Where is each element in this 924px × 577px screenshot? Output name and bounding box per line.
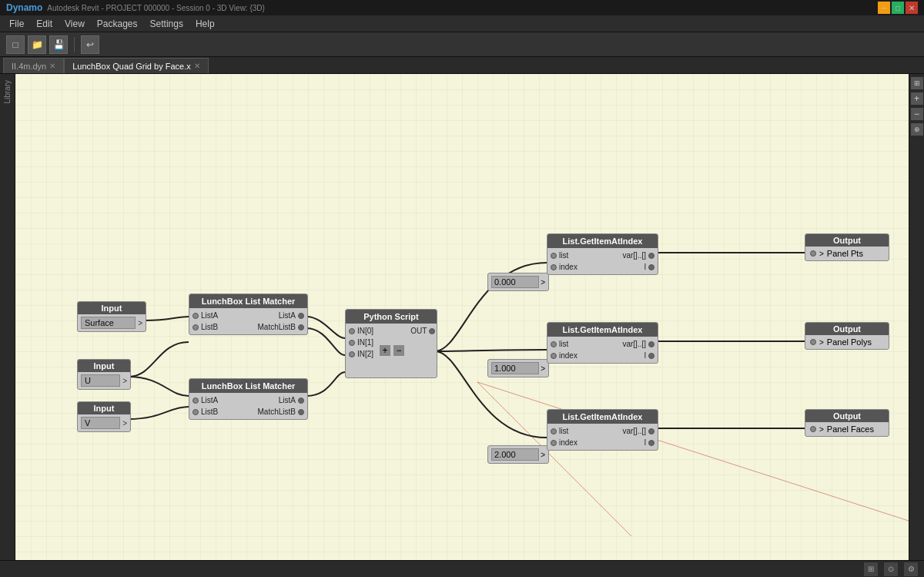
node-input-surface-arrow: >: [136, 319, 142, 327]
port-label: OUT: [410, 327, 427, 335]
node-output-pts-arrow: >: [819, 250, 824, 258]
port-dot-out: [298, 409, 304, 415]
port-row: l: [644, 438, 654, 447]
node-input-u-value[interactable]: U: [81, 374, 120, 387]
menu-settings[interactable]: Settings: [144, 17, 189, 31]
node-input-v-value[interactable]: V: [81, 417, 120, 429]
port-dot-out: [648, 253, 654, 259]
python-plus-btn[interactable]: +: [380, 345, 390, 356]
sidebar-library-label[interactable]: Library: [2, 77, 13, 107]
port-label: list: [559, 340, 568, 348]
node-lunchbox-top[interactable]: LunchBox List Matcher ListA ListB ListA: [189, 294, 308, 335]
node-input-surface[interactable]: Input Surface >: [77, 301, 146, 332]
menu-edit[interactable]: Edit: [30, 17, 59, 31]
port-dot: [551, 253, 557, 259]
canvas[interactable]: Input Surface > Input U > Input V > Lunc…: [15, 74, 909, 560]
port-label: ListA: [279, 396, 296, 404]
tab-lunchbox-close[interactable]: ✕: [194, 62, 200, 70]
port-dot-out: [648, 264, 654, 270]
zoom-minus-button[interactable]: −: [911, 108, 923, 120]
port-label: IN[1]: [357, 338, 373, 347]
zoom-fit-button[interactable]: ⊞: [911, 77, 923, 89]
port-row: var[]..[]: [622, 340, 654, 348]
port-row: index: [551, 438, 578, 447]
port-dot: [551, 353, 557, 359]
port-label: var[]..[]: [622, 427, 646, 435]
node-python-script[interactable]: Python Script IN[0] IN[1] IN[2]: [345, 309, 437, 378]
node-output-faces-header: Output: [805, 410, 889, 422]
node-output-faces[interactable]: Output > Panel Faces: [805, 409, 889, 437]
open-button[interactable]: 📁: [28, 35, 46, 54]
node-number-1-body: 1.000 >: [488, 360, 548, 377]
node-output-pts-body: > Panel Pts: [805, 247, 889, 260]
port-row: ListB: [192, 323, 218, 331]
node-number-0-body: 0.000 >: [488, 273, 548, 290]
node-input-v[interactable]: Input V >: [77, 401, 131, 432]
zoom-plus-button[interactable]: +: [911, 92, 923, 105]
node-number-1-value[interactable]: 1.000: [491, 362, 539, 374]
tab-lunchbox-label: LunchBox Quad Grid by Face.x: [72, 62, 190, 71]
port-row: var[]..[]: [622, 251, 654, 260]
undo-button[interactable]: ↩: [81, 35, 99, 54]
port-label: MatchListB: [258, 408, 296, 416]
node-number-0[interactable]: 0.000 >: [487, 273, 549, 291]
port-label: ListA: [279, 311, 296, 320]
port-label: list: [559, 251, 568, 260]
port-row: ListA: [279, 311, 304, 320]
node-list-get-top[interactable]: List.GetItemAtIndex list index var[]..[]: [547, 233, 658, 275]
node-input-u[interactable]: Input U >: [77, 359, 131, 390]
node-list-get-top-body: list index var[]..[] l: [547, 248, 658, 274]
node-list-get-top-ports-left: list index: [551, 251, 578, 271]
port-label: l: [644, 263, 646, 271]
statusbar-nav-icon[interactable]: ⊙: [884, 562, 898, 576]
node-number-2[interactable]: 2.000 >: [487, 445, 549, 464]
node-number-1[interactable]: 1.000 >: [487, 359, 549, 377]
node-input-surface-value[interactable]: Surface: [81, 317, 136, 329]
node-input-v-header: Input: [78, 402, 130, 414]
node-output-faces-arrow: >: [819, 425, 824, 434]
node-list-get-mid[interactable]: List.GetItemAtIndex list index var[]..[]: [547, 322, 658, 364]
node-lunchbox-bottom[interactable]: LunchBox List Matcher ListA ListB ListA: [189, 378, 308, 420]
node-list-get-mid-body: list index var[]..[] l: [547, 337, 658, 363]
tab-dyn[interactable]: II.4m.dyn ✕: [3, 58, 64, 73]
node-input-u-body: U >: [78, 372, 130, 389]
new-button[interactable]: □: [6, 35, 25, 54]
node-output-polys-header: Output: [805, 323, 889, 335]
menu-packages[interactable]: Packages: [91, 17, 144, 31]
node-output-pts[interactable]: Output > Panel Pts: [805, 233, 889, 261]
port-row: list: [551, 427, 578, 435]
node-lunchbox-top-ports-left: ListA ListB: [192, 311, 218, 331]
maximize-button[interactable]: □: [892, 2, 904, 14]
node-number-2-value[interactable]: 2.000: [491, 448, 539, 461]
statusbar-grid-icon[interactable]: ⊞: [864, 562, 878, 576]
app-logo: Dynamo: [6, 2, 42, 13]
tab-dyn-close[interactable]: ✕: [49, 62, 55, 70]
node-number-0-value[interactable]: 0.000: [491, 276, 539, 288]
node-output-polys[interactable]: Output > Panel Polys: [805, 322, 889, 350]
node-input-u-header: Input: [78, 360, 130, 372]
menu-help[interactable]: Help: [189, 17, 221, 31]
tab-lunchbox[interactable]: LunchBox Quad Grid by Face.x ✕: [64, 58, 208, 73]
save-button[interactable]: 💾: [49, 35, 68, 54]
port-label: IN[0]: [357, 327, 373, 335]
port-row: ListA: [279, 396, 304, 404]
menubar: File Edit View Packages Settings Help: [0, 15, 924, 32]
node-list-get-mid-ports-left: list index: [551, 340, 578, 360]
zoom-extra-button[interactable]: ⊕: [911, 123, 923, 136]
tabbar: II.4m.dyn ✕ LunchBox Quad Grid by Face.x…: [0, 57, 924, 74]
close-button[interactable]: ✕: [906, 2, 918, 14]
python-minus-btn[interactable]: −: [393, 345, 404, 356]
statusbar-settings-icon[interactable]: ⚙: [904, 562, 918, 576]
port-row: list: [551, 251, 578, 260]
menu-file[interactable]: File: [3, 17, 30, 31]
node-list-get-bot[interactable]: List.GetItemAtIndex list index var[]..[]: [547, 409, 658, 451]
port-row: index: [551, 263, 578, 271]
menu-view[interactable]: View: [59, 17, 91, 31]
port-dot: [192, 398, 199, 404]
node-input-surface-body: Surface >: [78, 314, 146, 331]
port-label: ListA: [201, 311, 218, 320]
node-output-faces-body: > Panel Faces: [805, 422, 889, 436]
port-label: MatchListB: [258, 323, 296, 331]
minimize-button[interactable]: ─: [878, 2, 890, 14]
port-label: l: [644, 351, 646, 360]
